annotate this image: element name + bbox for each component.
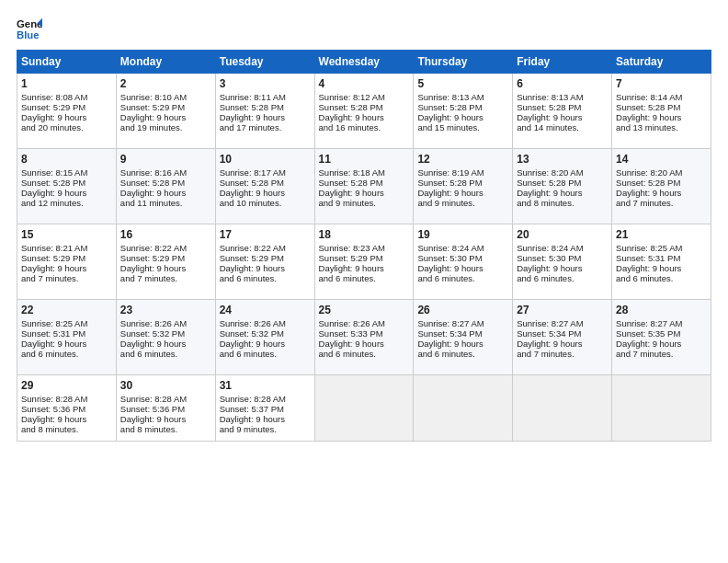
day-info-line: Sunrise: 8:24 AM <box>417 243 508 253</box>
day-info-line: Daylight: 9 hours <box>21 339 112 349</box>
day-number: 10 <box>220 153 311 166</box>
day-info-line: Sunset: 5:28 PM <box>517 102 608 112</box>
day-info-line: Sunrise: 8:17 AM <box>220 167 311 178</box>
day-info-line: and 13 minutes. <box>616 122 707 132</box>
day-info-line: Daylight: 9 hours <box>220 263 311 273</box>
day-info-line: Daylight: 9 hours <box>220 414 311 424</box>
day-info-line: Daylight: 9 hours <box>517 188 608 198</box>
weekday-saturday: Saturday <box>612 51 711 74</box>
day-info-line: and 6 minutes. <box>517 273 608 283</box>
day-info-line: Sunrise: 8:16 AM <box>120 167 211 178</box>
day-info-line: Daylight: 9 hours <box>417 263 508 273</box>
weekday-header-row: SundayMondayTuesdayWednesdayThursdayFrid… <box>17 51 711 74</box>
day-info-line: Sunrise: 8:15 AM <box>21 167 112 178</box>
day-info-line: Sunset: 5:28 PM <box>616 178 707 188</box>
day-info-line: Daylight: 9 hours <box>417 339 508 349</box>
day-info-line: and 6 minutes. <box>220 349 311 359</box>
day-number: 29 <box>21 379 112 392</box>
day-info-line: Sunset: 5:36 PM <box>120 404 211 414</box>
day-info-line: Daylight: 9 hours <box>616 188 707 198</box>
week-row-2: 8Sunrise: 8:15 AMSunset: 5:28 PMDaylight… <box>17 149 711 224</box>
day-info-line: and 8 minutes. <box>517 198 608 208</box>
day-info-line: and 9 minutes. <box>417 198 508 208</box>
week-row-5: 29Sunrise: 8:28 AMSunset: 5:36 PMDayligh… <box>17 375 711 442</box>
day-info-line: Sunset: 5:33 PM <box>319 328 410 339</box>
day-number: 3 <box>220 77 311 90</box>
calendar-cell: 1Sunrise: 8:08 AMSunset: 5:29 PMDaylight… <box>17 74 117 149</box>
day-number: 7 <box>616 77 707 90</box>
day-info-line: Sunrise: 8:21 AM <box>21 243 112 253</box>
day-info-line: Daylight: 9 hours <box>120 112 211 122</box>
day-info-line: Sunrise: 8:26 AM <box>220 318 311 328</box>
day-info-line: Sunset: 5:32 PM <box>120 328 211 339</box>
header: General Blue <box>17 17 711 42</box>
day-info-line: Sunrise: 8:27 AM <box>517 318 608 328</box>
day-info-line: Daylight: 9 hours <box>616 263 707 273</box>
day-info-line: Sunrise: 8:22 AM <box>220 243 311 253</box>
day-info-line: Sunrise: 8:12 AM <box>319 92 410 102</box>
day-info-line: Sunrise: 8:13 AM <box>417 92 508 102</box>
weekday-sunday: Sunday <box>17 51 117 74</box>
day-info-line: Sunrise: 8:27 AM <box>616 318 707 328</box>
calendar-cell: 10Sunrise: 8:17 AMSunset: 5:28 PMDayligh… <box>215 149 314 224</box>
day-info-line: Sunset: 5:35 PM <box>616 328 707 339</box>
day-info-line: and 6 minutes. <box>21 349 112 359</box>
day-info-line: Sunset: 5:28 PM <box>120 178 211 188</box>
day-info-line: Daylight: 9 hours <box>220 112 311 122</box>
day-number: 9 <box>120 153 211 166</box>
day-number: 14 <box>616 153 707 166</box>
day-info-line: and 6 minutes. <box>319 349 410 359</box>
day-info-line: and 12 minutes. <box>21 198 112 208</box>
day-info-line: Sunrise: 8:27 AM <box>417 318 508 328</box>
day-info-line: and 20 minutes. <box>21 122 112 132</box>
calendar-cell: 5Sunrise: 8:13 AMSunset: 5:28 PMDaylight… <box>414 74 513 149</box>
day-info-line: Daylight: 9 hours <box>319 263 410 273</box>
calendar-cell: 9Sunrise: 8:16 AMSunset: 5:28 PMDaylight… <box>116 149 215 224</box>
day-info-line: and 6 minutes. <box>417 273 508 283</box>
calendar-cell: 6Sunrise: 8:13 AMSunset: 5:28 PMDaylight… <box>513 74 612 149</box>
day-info-line: Sunset: 5:29 PM <box>120 253 211 263</box>
day-info-line: Sunrise: 8:20 AM <box>517 167 608 178</box>
day-info-line: and 9 minutes. <box>220 424 311 434</box>
day-number: 16 <box>120 228 211 241</box>
day-info-line: Sunrise: 8:26 AM <box>319 318 410 328</box>
calendar-cell: 30Sunrise: 8:28 AMSunset: 5:36 PMDayligh… <box>116 375 215 442</box>
day-info-line: Sunrise: 8:08 AM <box>21 92 112 102</box>
day-info-line: Daylight: 9 hours <box>21 263 112 273</box>
day-info-line: Sunset: 5:28 PM <box>319 178 410 188</box>
day-info-line: and 7 minutes. <box>21 273 112 283</box>
day-number: 25 <box>319 304 410 316</box>
logo: General Blue <box>17 17 42 42</box>
week-row-3: 15Sunrise: 8:21 AMSunset: 5:29 PMDayligh… <box>17 224 711 300</box>
weekday-tuesday: Tuesday <box>215 51 314 74</box>
weekday-thursday: Thursday <box>414 51 513 74</box>
calendar-cell: 12Sunrise: 8:19 AMSunset: 5:28 PMDayligh… <box>414 149 513 224</box>
day-info-line: Sunrise: 8:23 AM <box>319 243 410 253</box>
day-info-line: Sunset: 5:31 PM <box>21 328 112 339</box>
day-info-line: Daylight: 9 hours <box>319 339 410 349</box>
calendar-cell: 13Sunrise: 8:20 AMSunset: 5:28 PMDayligh… <box>513 149 612 224</box>
weekday-wednesday: Wednesday <box>314 51 414 74</box>
day-number: 17 <box>220 228 311 241</box>
weekday-monday: Monday <box>116 51 215 74</box>
day-info-line: Sunset: 5:37 PM <box>220 404 311 414</box>
calendar-cell: 17Sunrise: 8:22 AMSunset: 5:29 PMDayligh… <box>215 224 314 300</box>
day-info-line: Daylight: 9 hours <box>417 188 508 198</box>
day-number: 30 <box>120 379 211 392</box>
day-number: 22 <box>21 304 112 316</box>
calendar-cell: 3Sunrise: 8:11 AMSunset: 5:28 PMDaylight… <box>215 74 314 149</box>
day-info-line: Sunset: 5:28 PM <box>21 178 112 188</box>
day-info-line: and 6 minutes. <box>120 349 211 359</box>
day-info-line: Sunset: 5:34 PM <box>517 328 608 339</box>
calendar-cell: 11Sunrise: 8:18 AMSunset: 5:28 PMDayligh… <box>314 149 414 224</box>
day-number: 8 <box>21 153 112 166</box>
day-info-line: Sunrise: 8:14 AM <box>616 92 707 102</box>
day-info-line: Sunrise: 8:25 AM <box>21 318 112 328</box>
day-info-line: Daylight: 9 hours <box>517 339 608 349</box>
calendar-cell <box>314 375 414 442</box>
day-info-line: Daylight: 9 hours <box>120 263 211 273</box>
day-info-line: and 14 minutes. <box>517 122 608 132</box>
logo-icon: General Blue <box>17 17 42 42</box>
day-info-line: Daylight: 9 hours <box>120 339 211 349</box>
day-number: 13 <box>517 153 608 166</box>
